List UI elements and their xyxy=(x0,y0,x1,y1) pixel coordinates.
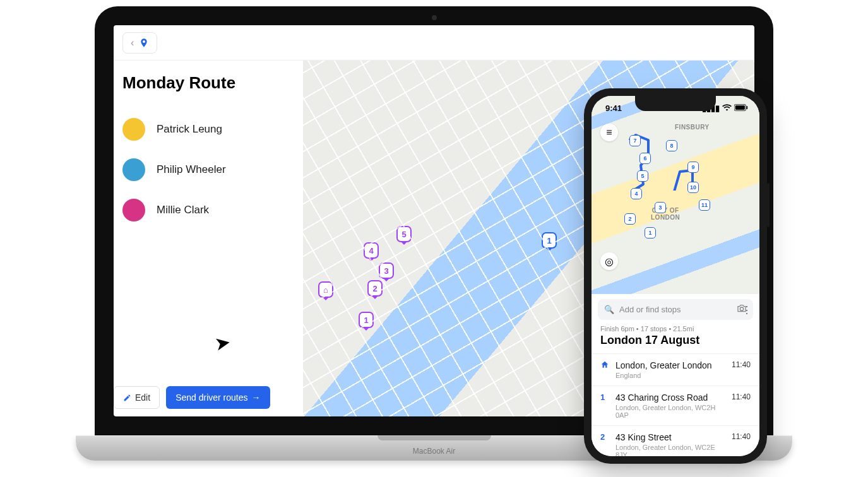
stop-subtitle: London, Greater London, WC2H 0AP xyxy=(615,404,725,419)
map-pin[interactable]: 4 xyxy=(364,242,379,259)
stop-subtitle: London, Greater London, WC2E 8JY xyxy=(615,444,725,456)
stop-item[interactable]: 1 43 Charing Cross Road London, Greater … xyxy=(592,386,759,426)
map-pin[interactable]: 3 xyxy=(379,262,394,279)
map-pin[interactable]: 2 xyxy=(367,280,383,297)
avatar xyxy=(122,199,145,221)
macbook-label: MacBook Air xyxy=(413,447,455,456)
app-header: ‹ xyxy=(114,25,754,61)
stop-title: 43 Charing Cross Road xyxy=(615,392,725,403)
back-button[interactable]: ‹ xyxy=(122,32,157,54)
locate-me-button[interactable]: ◎ xyxy=(600,252,618,270)
mobile-map-pin[interactable]: 4 xyxy=(631,188,642,199)
mobile-map-pin[interactable]: 10 xyxy=(687,182,699,193)
avatar xyxy=(122,158,145,181)
search-icon: 🔍 xyxy=(604,305,614,314)
stop-item[interactable]: 2 43 King Street London, Greater London,… xyxy=(592,426,759,456)
mobile-map-pin[interactable]: 9 xyxy=(687,162,699,173)
iphone-mockup: 9:41 ▮▮▮▮ FINSBURY CITY OF LONDON 1 2 3 … xyxy=(584,88,767,464)
stop-index: 2 xyxy=(600,432,609,456)
mobile-map-pin[interactable]: 7 xyxy=(629,135,641,146)
page-title: Monday Route xyxy=(122,73,294,93)
stop-eta: 11:40 xyxy=(732,360,751,379)
location-pin-icon xyxy=(139,37,149,49)
map-pin[interactable]: 1 xyxy=(542,232,557,249)
driver-name: Philip Wheeler xyxy=(157,163,226,176)
iphone-side-button xyxy=(767,183,770,227)
driver-item[interactable]: Philip Wheeler xyxy=(122,158,294,181)
stop-eta: 11:40 xyxy=(732,392,751,419)
mobile-map-pin[interactable]: 8 xyxy=(666,140,677,151)
mobile-map-pin[interactable]: 1 xyxy=(645,227,656,238)
mobile-map-pin[interactable]: 2 xyxy=(624,213,636,225)
mobile-map-pin[interactable]: 5 xyxy=(637,170,648,182)
svg-rect-2 xyxy=(746,105,747,109)
send-routes-button[interactable]: Send driver routes → xyxy=(166,386,270,409)
route-title: London 17 August xyxy=(592,333,759,353)
wifi-icon xyxy=(722,103,732,113)
pencil-icon xyxy=(123,394,131,402)
send-routes-label: Send driver routes xyxy=(175,392,247,403)
stop-item[interactable]: London, Greater London England 11:40 xyxy=(592,354,759,386)
map-pin[interactable]: 1 xyxy=(359,312,374,328)
route-line xyxy=(303,61,492,155)
search-placeholder: Add or find stops xyxy=(619,305,732,314)
arrow-right-icon: → xyxy=(252,392,261,403)
driver-name: Patrick Leung xyxy=(157,123,222,136)
driver-list: Patrick Leung Philip Wheeler Millie Clar… xyxy=(122,118,294,221)
mobile-app: 9:41 ▮▮▮▮ FINSBURY CITY OF LONDON 1 2 3 … xyxy=(592,96,759,456)
kebab-menu-button[interactable]: ⋮ xyxy=(742,304,752,316)
battery-icon xyxy=(734,103,748,113)
svg-rect-1 xyxy=(735,105,745,110)
driver-item[interactable]: Millie Clark xyxy=(122,199,294,221)
edit-button[interactable]: Edit xyxy=(114,386,160,409)
chevron-left-icon: ‹ xyxy=(131,37,134,49)
stop-title: London, Greater London xyxy=(615,360,725,370)
stop-subtitle: England xyxy=(615,372,725,379)
stop-list[interactable]: London, Greater London England 11:40 1 4… xyxy=(592,353,759,456)
driver-item[interactable]: Patrick Leung xyxy=(122,118,294,141)
crosshair-icon: ◎ xyxy=(605,256,614,268)
panel-action-bar: Edit Send driver routes → xyxy=(114,379,303,416)
stop-eta: 11:40 xyxy=(732,432,751,456)
mobile-map-pin[interactable]: 6 xyxy=(639,153,651,164)
avatar xyxy=(122,118,145,141)
driver-name: Millie Clark xyxy=(157,204,209,216)
home-icon xyxy=(600,360,609,379)
route-summary: Finish 6pm • 17 stops • 21.5mi xyxy=(592,325,759,333)
route-sheet: 🔍 Add or find stops ⋮ Finish 6pm • 17 st… xyxy=(592,294,759,456)
iphone-notch xyxy=(635,96,716,111)
hamburger-menu-button[interactable]: ≡ xyxy=(600,124,618,141)
map-pin[interactable]: 5 xyxy=(396,226,412,242)
edit-button-label: Edit xyxy=(135,392,150,403)
side-panel: Monday Route Patrick Leung Philip Wheele… xyxy=(114,61,303,416)
stop-index: 1 xyxy=(600,392,609,419)
status-time: 9:41 xyxy=(605,103,622,113)
mouse-cursor-icon: ➤ xyxy=(213,331,232,355)
mobile-map-pin[interactable]: 3 xyxy=(655,202,666,213)
stops-search-input[interactable]: 🔍 Add or find stops xyxy=(598,299,753,320)
mobile-map-pin[interactable]: 11 xyxy=(699,199,710,211)
macbook-camera-dot xyxy=(432,15,437,20)
hamburger-icon: ≡ xyxy=(606,127,612,138)
map-pin-home[interactable]: ⌂ xyxy=(318,281,333,298)
stop-title: 43 King Street xyxy=(615,432,725,442)
